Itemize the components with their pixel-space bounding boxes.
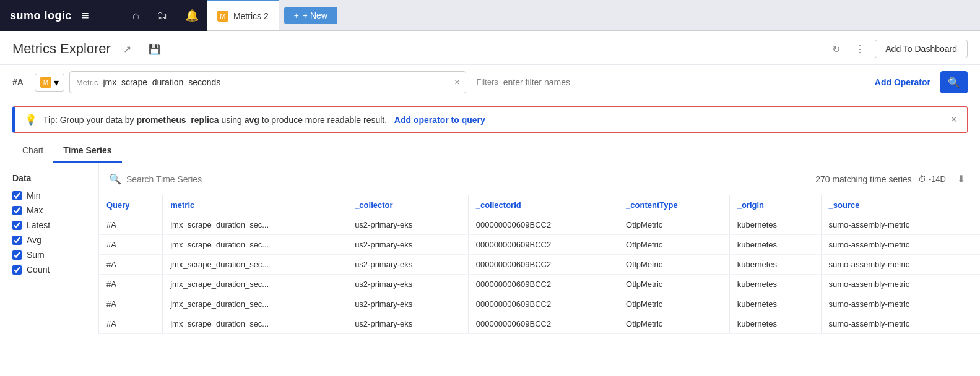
tip-text-middle: using — [219, 115, 245, 125]
brand-name: sumo logic — [10, 9, 72, 22]
min-label: Min — [27, 190, 41, 200]
table-row[interactable]: #Ajmx_scrape_duration_sec...us2-primary-… — [99, 294, 980, 314]
add-operator-label: Add Operator — [875, 77, 930, 87]
filter-label: Filters — [476, 77, 498, 87]
table-header-row: Query metric _collector _collectorId _co… — [99, 195, 980, 215]
ts-search-right: 270 matching time series ⏱ -14D ⬇ — [815, 171, 970, 187]
metric-clear-button[interactable]: × — [454, 77, 459, 87]
add-dashboard-label: Add To Dashboard — [885, 44, 957, 54]
metric-value: jmx_scrape_duration_seconds — [103, 77, 449, 87]
count-checkbox[interactable] — [12, 265, 22, 275]
matching-count: 270 matching time series — [815, 174, 912, 184]
page-title-area: Metrics Explorer ↗ 💾 — [12, 41, 166, 58]
tab-icon: M — [217, 11, 228, 22]
avg-label: Avg — [27, 235, 41, 245]
latest-checkbox[interactable] — [12, 221, 22, 230]
max-label: Max — [27, 205, 43, 215]
chart-tab-label: Chart — [22, 145, 43, 155]
new-tab-label: + New — [303, 11, 327, 20]
tip-icon: 💡 — [25, 114, 37, 126]
save-button[interactable]: 💾 — [144, 41, 166, 58]
bell-button[interactable]: 🔔 — [176, 0, 207, 31]
tip-text-before: Tip: Group your data by — [43, 115, 136, 125]
max-checkbox-item: Max — [12, 205, 86, 215]
metrics-tab[interactable]: M Metrics 2 — [207, 0, 279, 30]
min-checkbox-item: Min — [12, 190, 86, 200]
count-checkbox-item: Count — [12, 265, 86, 275]
table-row[interactable]: #Ajmx_scrape_duration_sec...us2-primary-… — [99, 275, 980, 294]
refresh-button[interactable]: ↻ — [827, 41, 845, 58]
folder-icon: 🗂 — [157, 9, 168, 22]
share-button[interactable]: ↗ — [118, 41, 136, 58]
main-content: Metrics Explorer ↗ 💾 ↻ ⋮ Add To Dashboar… — [0, 31, 980, 376]
tab-bar: M Metrics 2 + + New — [207, 0, 980, 31]
table-row[interactable]: #Ajmx_scrape_duration_sec...us2-primary-… — [99, 215, 980, 235]
max-checkbox[interactable] — [12, 206, 22, 215]
add-to-dashboard-button[interactable]: Add To Dashboard — [875, 40, 968, 58]
filter-field[interactable]: Filters — [471, 71, 864, 93]
time-series-tab-label: Time Series — [63, 145, 111, 155]
table-row[interactable]: #Ajmx_scrape_duration_sec...us2-primary-… — [99, 314, 980, 334]
add-operator-button[interactable]: Add Operator — [870, 77, 935, 87]
tab-time-series[interactable]: Time Series — [53, 139, 121, 163]
more-icon: ⋮ — [855, 44, 865, 54]
page-header: Metrics Explorer ↗ 💾 ↻ ⋮ Add To Dashboar… — [0, 31, 980, 65]
ts-search-left: 🔍 — [109, 173, 235, 185]
time-badge[interactable]: ⏱ -14D — [918, 174, 946, 184]
page-actions: ↻ ⋮ Add To Dashboard — [827, 40, 968, 58]
brand: sumo logic ≡ — [0, 0, 124, 31]
avg-checkbox[interactable] — [12, 236, 22, 245]
add-operator-to-query-link[interactable]: Add operator to query — [394, 115, 485, 125]
col-origin: _origin — [729, 195, 821, 215]
home-icon: ⌂ — [132, 9, 139, 22]
more-options-button[interactable]: ⋮ — [850, 41, 870, 58]
filter-input[interactable] — [503, 77, 860, 87]
tab-label: Metrics 2 — [233, 11, 269, 21]
source-icon: M — [40, 77, 51, 88]
tip-content: 💡 Tip: Group your data by prometheus_rep… — [25, 114, 485, 126]
ts-search-bar: 🔍 270 matching time series ⏱ -14D ⬇ — [99, 163, 980, 195]
tab-chart[interactable]: Chart — [12, 139, 53, 163]
home-button[interactable]: ⌂ — [124, 0, 148, 31]
new-tab-plus-icon: + — [294, 11, 299, 20]
download-icon: ⬇ — [957, 174, 965, 184]
new-tab-button[interactable]: + + New — [284, 7, 337, 24]
time-icon: ⏱ — [918, 174, 926, 184]
table-header: Query metric _collector _collectorId _co… — [99, 195, 980, 215]
search-icon: 🔍 — [948, 77, 960, 88]
tip-close-button[interactable]: × — [950, 113, 957, 126]
data-section-title: Data — [12, 173, 86, 183]
metric-label: Metric — [76, 78, 98, 87]
save-icon: 💾 — [149, 44, 161, 54]
table-row[interactable]: #Ajmx_scrape_duration_sec...us2-primary-… — [99, 255, 980, 275]
col-source: _source — [821, 195, 980, 215]
tip-text: Tip: Group your data by prometheus_repli… — [43, 115, 485, 125]
ts-search-input[interactable] — [126, 174, 235, 184]
time-series-table: Query metric _collector _collectorId _co… — [99, 195, 980, 334]
search-button[interactable]: 🔍 — [940, 71, 968, 93]
col-collector-id: _collectorId — [468, 195, 618, 215]
source-selector[interactable]: M ▾ — [35, 74, 64, 92]
refresh-icon: ↻ — [832, 44, 840, 54]
download-button[interactable]: ⬇ — [952, 171, 970, 187]
sum-label: Sum — [27, 250, 45, 260]
table-row[interactable]: #Ajmx_scrape_duration_sec...us2-primary-… — [99, 235, 980, 255]
min-checkbox[interactable] — [12, 191, 22, 200]
col-collector: _collector — [347, 195, 469, 215]
time-range: -14D — [929, 174, 946, 184]
sum-checkbox[interactable] — [12, 250, 22, 260]
tip-banner: 💡 Tip: Group your data by prometheus_rep… — [12, 106, 968, 133]
col-content-type: _contentType — [618, 195, 730, 215]
sum-checkbox-item: Sum — [12, 250, 86, 260]
latest-label: Latest — [27, 220, 50, 230]
metric-field[interactable]: Metric jmx_scrape_duration_seconds × — [69, 71, 466, 93]
table-body: #Ajmx_scrape_duration_sec...us2-primary-… — [99, 215, 980, 334]
latest-checkbox-item: Latest — [12, 220, 86, 230]
tip-bold1: prometheus_replica — [136, 115, 219, 125]
count-label: Count — [27, 265, 50, 275]
hamburger-button[interactable]: ≡ — [79, 6, 92, 25]
page-title: Metrics Explorer — [12, 41, 111, 57]
view-tabs: Chart Time Series — [0, 139, 980, 163]
folder-button[interactable]: 🗂 — [148, 0, 176, 31]
tip-text-after: to produce more readable result. — [259, 115, 387, 125]
